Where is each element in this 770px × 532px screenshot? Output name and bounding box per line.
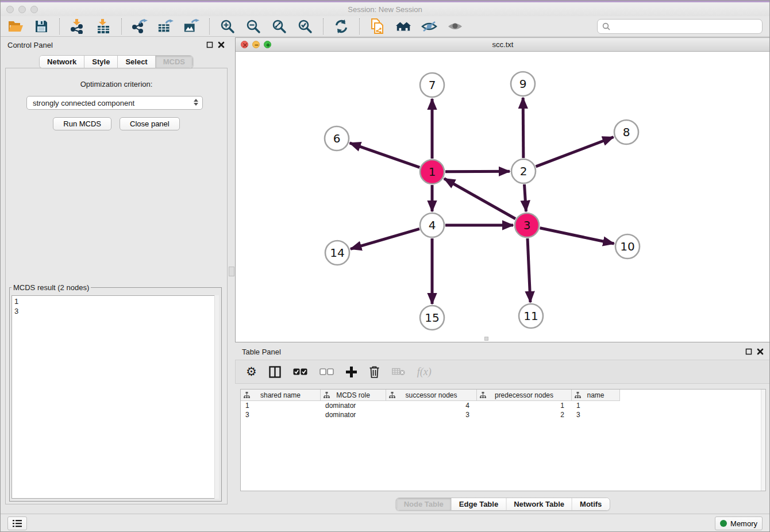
column-header-MCDS-role[interactable]: MCDS role [321, 390, 386, 401]
criterion-dropdown[interactable]: strongly connected component [26, 96, 203, 110]
clear-selection-icon[interactable] [319, 368, 334, 375]
network-document-icon[interactable] [369, 18, 386, 34]
close-table-panel-icon[interactable] [757, 348, 764, 355]
column-hierarchy-icon [575, 392, 581, 398]
add-column-icon[interactable] [346, 367, 357, 377]
tab-motifs[interactable]: Motifs [572, 498, 609, 510]
column-header-shared-name[interactable]: shared name [241, 390, 321, 401]
mcds-result-list[interactable]: 1 3 [11, 295, 219, 499]
mcds-result-fieldset: MCDS result (2 nodes) 1 3 [9, 283, 222, 502]
tab-network-table[interactable]: Network Table [506, 498, 572, 510]
column-header-label: successor nodes [405, 391, 457, 399]
split-columns-icon[interactable] [269, 366, 281, 378]
table-cell[interactable]: 1 [241, 401, 321, 410]
zoom-fit-icon[interactable] [271, 18, 287, 34]
column-header-label: predecessor nodes [495, 391, 553, 399]
destroy-table-icon-disabled [392, 368, 405, 376]
table-cell[interactable]: 3 [241, 410, 321, 419]
export-network-icon[interactable] [132, 18, 148, 34]
refresh-icon[interactable] [333, 18, 349, 34]
table-cell[interactable]: 3 [386, 410, 477, 419]
task-list-icon [13, 519, 22, 527]
column-header-predecessor-nodes[interactable]: predecessor nodes [477, 390, 572, 401]
table-row[interactable]: 3dominator323 [241, 410, 765, 419]
toolbar-separator [121, 18, 122, 34]
table-row[interactable]: 1dominator411 [241, 401, 765, 410]
export-table-icon[interactable] [157, 18, 174, 34]
float-table-panel-icon[interactable] [745, 348, 752, 355]
tab-edge-table[interactable]: Edge Table [452, 498, 506, 510]
table-cell[interactable]: 3 [572, 410, 620, 419]
column-header-successor-nodes[interactable]: successor nodes [386, 390, 477, 401]
graph-node-label-4: 4 [429, 218, 436, 232]
table-cell[interactable]: 1 [477, 401, 572, 410]
control-panel-tabs: Network Style Select MCDS [39, 55, 193, 68]
graph-node-label-10: 10 [620, 240, 634, 253]
close-panel-icon[interactable] [218, 41, 225, 48]
mcds-result-title: MCDS result (2 nodes) [11, 283, 91, 292]
edge-3-to-1[interactable] [444, 179, 515, 219]
zoom-out-icon[interactable] [245, 18, 261, 34]
show-eye-icon[interactable] [447, 18, 463, 34]
close-panel-button[interactable]: Close panel [120, 117, 180, 130]
table-settings-gear-icon[interactable]: ⚙ [246, 366, 257, 378]
network-canvas[interactable]: 1234678910111415 [236, 52, 770, 342]
table-cell[interactable]: 2 [477, 410, 572, 419]
graph-node-label-2: 2 [520, 164, 528, 178]
edge-1-to-2[interactable] [445, 171, 510, 172]
hide-eye-icon[interactable] [421, 18, 437, 34]
edge-2-to-3[interactable] [524, 184, 526, 211]
column-header-label: MCDS role [336, 391, 370, 399]
table-tabs: Node Table Edge Table Network Table Moti… [396, 498, 610, 511]
tab-network[interactable]: Network [40, 56, 84, 68]
float-panel-icon[interactable] [206, 41, 213, 48]
tab-select[interactable]: Select [118, 56, 155, 68]
tab-mcds[interactable]: MCDS [156, 56, 192, 68]
panel-splitter-handle[interactable] [229, 267, 234, 276]
table-cell[interactable]: 1 [572, 401, 620, 410]
export-image-icon[interactable] [183, 18, 199, 34]
main-titlebar: Session: New Session [1, 2, 769, 16]
memory-status-icon [720, 520, 727, 527]
tab-style[interactable]: Style [84, 56, 118, 68]
search-input[interactable] [614, 22, 757, 30]
edge-3-to-10[interactable] [540, 228, 614, 244]
zoom-selected-icon[interactable] [297, 18, 313, 34]
graph-node-label-3: 3 [523, 218, 531, 232]
edge-2-to-8[interactable] [536, 137, 614, 167]
memory-button[interactable]: Memory [715, 516, 763, 530]
table-cell[interactable]: 4 [386, 401, 477, 410]
edge-4-to-14[interactable] [351, 229, 419, 249]
table-panel: Table Panel ⚙ [235, 344, 770, 512]
save-icon[interactable] [33, 18, 49, 34]
open-folder-icon[interactable] [7, 18, 24, 34]
network-close-icon[interactable] [241, 41, 248, 48]
table-cell[interactable]: dominator [321, 410, 386, 419]
houses-icon[interactable] [395, 18, 411, 34]
search-icon [602, 22, 610, 30]
import-network-icon[interactable] [70, 18, 86, 34]
select-all-icon[interactable] [293, 368, 307, 375]
tab-node-table[interactable]: Node Table [396, 498, 452, 510]
toolbar-separator [323, 18, 324, 34]
search-box[interactable] [597, 19, 763, 34]
import-table-icon[interactable] [95, 18, 111, 34]
column-hierarchy-icon [389, 392, 395, 398]
edge-2-to-9[interactable] [523, 98, 523, 158]
mcds-result-scrollbar[interactable] [214, 295, 219, 499]
network-maximize-icon[interactable] [264, 41, 271, 48]
zoom-in-icon[interactable] [220, 18, 236, 34]
table-cell[interactable]: dominator [321, 401, 386, 410]
table-scrollbar[interactable] [761, 390, 765, 491]
edge-3-to-11[interactable] [528, 238, 530, 302]
column-header-label: shared name [260, 391, 301, 399]
run-mcds-button[interactable]: Run MCDS [53, 117, 111, 130]
application-window: Session: New Session [0, 0, 770, 532]
delete-trash-icon[interactable] [369, 365, 380, 378]
network-minimize-icon[interactable] [252, 41, 260, 48]
edge-1-to-6[interactable] [350, 143, 420, 167]
canvas-grip[interactable] [484, 337, 488, 341]
task-history-button[interactable] [7, 516, 27, 530]
network-window-titlebar[interactable]: scc.txt [236, 38, 770, 52]
column-header-name[interactable]: name [572, 390, 620, 401]
